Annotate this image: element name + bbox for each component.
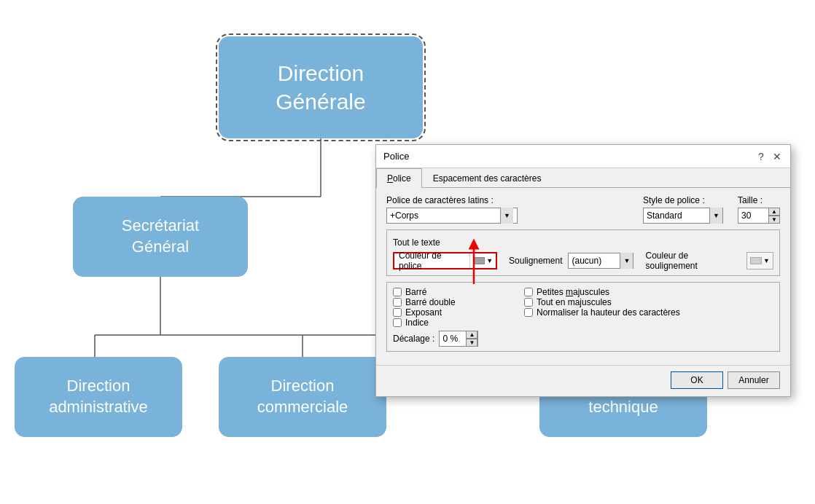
checkbox-tout-maj-label: Tout en majuscules (537, 297, 612, 307)
checkbox-indice: Indice (393, 318, 510, 328)
close-button[interactable]: ✕ (771, 151, 783, 162)
org-box-direction-commerciale[interactable]: Direction commerciale (219, 357, 386, 437)
org-box-direction-generale[interactable]: Direction Générale (219, 36, 423, 138)
soulignement-label: Soulignement (509, 256, 562, 266)
tab-espacement-label: Espacement des caractères (433, 173, 542, 184)
checkbox-barre-double: Barré double (393, 297, 510, 307)
dialog-tabs: Police Espacement des caractères (376, 168, 790, 188)
sg-line2: Général (122, 237, 199, 258)
checkbox-indice-input[interactable] (393, 318, 402, 327)
decalage-input-wrap[interactable]: ▲ ▼ (439, 331, 478, 347)
police-field-label: Police de caractères latins : (386, 195, 628, 205)
taille-field-label: Taille : (738, 195, 780, 205)
taille-down-btn[interactable]: ▼ (768, 216, 780, 224)
checkbox-indice-label: Indice (405, 318, 429, 328)
taille-spinner: ▲ ▼ (768, 208, 780, 224)
police-input[interactable] (387, 208, 500, 223)
checkbox-barre-double-label: Barré double (405, 297, 456, 307)
da-line2: administrative (49, 397, 148, 418)
dialog-title: Police (383, 151, 409, 162)
tab-police-label: Police (387, 173, 411, 184)
style-field-group: Style de police : ▼ (643, 195, 723, 224)
soulignement-input[interactable] (569, 253, 620, 268)
style-dropdown-arrow[interactable]: ▼ (709, 208, 722, 224)
ok-button[interactable]: OK (671, 371, 723, 389)
dg-line2: Générale (276, 87, 365, 116)
style-field-label: Style de police : (643, 195, 723, 205)
effets-section: Barré Barré double Exposant Indice (386, 282, 780, 352)
police-dropdown-arrow[interactable]: ▼ (500, 208, 513, 224)
decalage-spinner: ▲ ▼ (466, 331, 477, 347)
soulignement-wrap: Soulignement ▼ (509, 253, 633, 269)
sg-line1: Secrétariat (122, 216, 199, 237)
checkbox-normaliser-input[interactable] (524, 308, 533, 317)
couleur-police-button[interactable]: Couleur de police ▼ (393, 252, 497, 269)
help-button[interactable]: ? (755, 151, 767, 162)
taille-input[interactable] (738, 208, 766, 223)
annuler-button[interactable]: Annuler (728, 371, 780, 389)
checkbox-exposant-label: Exposant (405, 307, 442, 318)
decalage-up-btn[interactable]: ▲ (466, 331, 477, 339)
checkbox-barre-input[interactable] (393, 288, 402, 296)
couleur-swatch (473, 257, 485, 264)
couleur-dropdown-icon[interactable]: ▼ (486, 257, 493, 264)
couleur-soulignement-label: Couleur de soulignement (645, 251, 741, 271)
couleur-soulignement-swatch (750, 257, 762, 264)
org-box-direction-administrative[interactable]: Direction administrative (15, 357, 182, 437)
tab-police[interactable]: Police (376, 168, 422, 188)
org-box-secretariat-general[interactable]: Secrétariat Général (73, 197, 248, 277)
taille-field-group: Taille : ▲ ▼ (738, 195, 780, 224)
taille-spinner-wrap: ▲ ▼ (738, 208, 780, 224)
police-input-wrap[interactable]: ▼ (386, 208, 518, 224)
decalage-input[interactable] (440, 331, 466, 346)
effets-grid: Barré Barré double Exposant Indice (393, 287, 773, 347)
checkbox-petites-maj-label: Petites majuscules (537, 287, 609, 297)
couleur-police-swatch-area: ▼ (470, 257, 496, 264)
couleur-soulignement-wrap: Couleur de soulignement ▼ (645, 251, 773, 271)
checkbox-barre-double-input[interactable] (393, 298, 402, 307)
soulignement-input-wrap[interactable]: ▼ (568, 253, 633, 269)
couleur-soulignement-button[interactable]: ▼ (746, 252, 773, 269)
checkbox-exposant: Exposant (393, 307, 510, 318)
checkbox-barre-label: Barré (405, 287, 426, 297)
style-input-wrap[interactable]: ▼ (643, 208, 723, 224)
dialog-titlebar: Police ? ✕ (376, 145, 790, 168)
police-field-group: Police de caractères latins : ▼ (386, 195, 628, 224)
dialog-body: Police de caractères latins : ▼ Style de… (376, 188, 790, 365)
dt-line2: technique (588, 397, 658, 418)
dc-line1: Direction (257, 376, 348, 397)
police-fields-row: Police de caractères latins : ▼ Style de… (386, 195, 780, 224)
tout-le-texte-label: Tout le texte (393, 237, 773, 248)
tab-espacement[interactable]: Espacement des caractères (422, 168, 553, 188)
checkbox-exposant-input[interactable] (393, 308, 402, 317)
style-input[interactable] (644, 208, 709, 223)
effets-right: Petites majuscules Tout en majuscules No… (524, 287, 773, 347)
police-dialog: Police ? ✕ Police Espacement des caractè… (375, 144, 791, 397)
decalage-row: Décalage : ▲ ▼ (393, 331, 510, 347)
checkbox-normaliser: Normaliser la hauteur des caractères (524, 307, 773, 318)
couleur-soulignement-arrow[interactable]: ▼ (763, 257, 770, 264)
soulignement-dropdown-arrow[interactable]: ▼ (620, 253, 633, 269)
taille-up-btn[interactable]: ▲ (768, 208, 780, 216)
checkbox-normaliser-label: Normaliser la hauteur des caractères (537, 307, 680, 318)
dialog-controls: ? ✕ (755, 151, 783, 162)
couleur-police-label: Couleur de police (394, 253, 470, 268)
checkbox-barre: Barré (393, 287, 510, 297)
checkbox-petites-maj: Petites majuscules (524, 287, 773, 297)
decalage-down-btn[interactable]: ▼ (466, 339, 477, 347)
tout-le-texte-section: Tout le texte Couleur de police ▼ Soulig… (386, 229, 780, 276)
taille-input-wrap[interactable] (738, 208, 768, 224)
effets-left: Barré Barré double Exposant Indice (393, 287, 510, 347)
dg-line1: Direction (276, 59, 365, 87)
dialog-footer: OK Annuler (376, 365, 790, 396)
checkbox-tout-maj: Tout en majuscules (524, 297, 773, 307)
da-line1: Direction (49, 376, 148, 397)
checkbox-petites-maj-input[interactable] (524, 288, 533, 296)
checkbox-tout-maj-input[interactable] (524, 298, 533, 307)
tout-le-texte-row: Couleur de police ▼ Soulignement ▼ (393, 251, 773, 271)
dc-line2: commerciale (257, 397, 348, 418)
decalage-label: Décalage : (393, 334, 434, 344)
